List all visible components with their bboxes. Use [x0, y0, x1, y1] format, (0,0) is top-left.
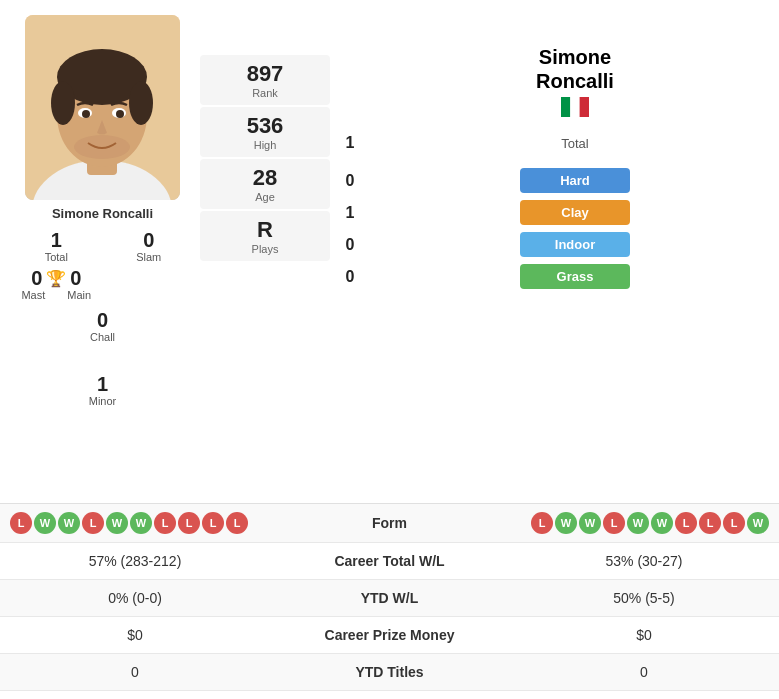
form-badge-right: L [603, 512, 625, 534]
grass-badge: Grass [520, 264, 630, 289]
form-label: Form [248, 515, 531, 531]
court-rows: 0 Hard 0 1 Clay 0 0 Indoor 0 0 Grass [335, 166, 779, 291]
form-badge-left: L [154, 512, 176, 534]
center-high-value: 536 [204, 113, 326, 139]
indoor-score-left: 0 [335, 236, 365, 254]
stat-row-center-0: Career Total W/L [255, 553, 524, 569]
total-row: 1 Total 0 [335, 132, 779, 154]
bottom-section: LWWLWWLLLL Form LWWLWWLLLW 57% (283-212)… [0, 503, 779, 691]
left-player-header-name: Simone Roncalli [536, 45, 614, 93]
stat-total-left: 1 Total [15, 229, 98, 263]
form-badge-left: L [226, 512, 248, 534]
svg-point-10 [116, 110, 124, 118]
indoor-badge: Indoor [520, 232, 630, 257]
form-badge-left: L [82, 512, 104, 534]
form-badge-right: L [723, 512, 745, 534]
center-age-box: 28 Age [200, 159, 330, 209]
stat-row-center-2: Career Prize Money [255, 627, 524, 643]
grass-score-left: 0 [335, 268, 365, 286]
hard-badge: Hard [520, 168, 630, 193]
form-badges-right: LWWLWWLLLW [531, 512, 769, 534]
stat-slam-left: 0 Slam [108, 229, 191, 263]
player-stats-grid-left: 1 Total 0 Slam 0 🏆 0 Mast Main [10, 229, 195, 407]
court-row-indoor: 0 Indoor 0 [335, 230, 779, 259]
form-badge-left: W [34, 512, 56, 534]
trophy-icon-left: 🏆 [46, 269, 66, 288]
stat-mast-left: 0 🏆 0 Mast Main [15, 267, 98, 301]
bottom-stats-rows: 57% (283-212) Career Total W/L 53% (30-2… [0, 543, 779, 691]
form-badge-right: W [579, 512, 601, 534]
center-stats: 897 Rank 536 High 28 Age R Plays [200, 15, 330, 488]
court-row-clay: 1 Clay 0 [335, 198, 779, 227]
center-high-label: High [204, 139, 326, 151]
main-container: Simone Roncalli 1 Total 0 Slam 0 🏆 0 [0, 0, 779, 691]
hard-score-left: 0 [335, 172, 365, 190]
form-row: LWWLWWLLLL Form LWWLWWLLLW [0, 504, 779, 543]
form-badges-left: LWWLWWLLLL [10, 512, 248, 534]
clay-score-left: 1 [335, 204, 365, 222]
stat-row-right-3: 0 [524, 664, 764, 680]
court-section: Simone Roncalli 1 Total [335, 15, 779, 488]
center-plays-label: Plays [204, 243, 326, 255]
total-score-left: 1 [335, 134, 365, 152]
form-badge-right: L [531, 512, 553, 534]
stat-chall-left: 0 Chall 1 Minor [15, 309, 190, 407]
svg-rect-14 [580, 97, 589, 117]
form-badge-right: L [675, 512, 697, 534]
svg-point-6 [129, 81, 153, 125]
stat-row-left-3: 0 [15, 664, 255, 680]
court-row-grass: 0 Grass 0 [335, 262, 779, 291]
center-rank-label: Rank [204, 87, 326, 99]
flag-it [561, 97, 589, 122]
form-badge-left: W [106, 512, 128, 534]
stat-row: $0 Career Prize Money $0 [0, 617, 779, 654]
center-age-value: 28 [204, 165, 326, 191]
clay-badge: Clay [520, 200, 630, 225]
form-badge-left: W [130, 512, 152, 534]
form-badge-right: W [747, 512, 769, 534]
center-rank-box: 897 Rank [200, 55, 330, 105]
form-badge-right: W [651, 512, 673, 534]
stat-row: 0 YTD Titles 0 [0, 654, 779, 691]
player-name-left: Simone Roncalli [52, 206, 153, 221]
stat-row: 0% (0-0) YTD W/L 50% (5-5) [0, 580, 779, 617]
stat-row-left-2: $0 [15, 627, 255, 643]
center-rank-value: 897 [204, 61, 326, 87]
center-high-box: 536 High [200, 107, 330, 157]
form-badge-left: L [202, 512, 224, 534]
svg-point-9 [82, 110, 90, 118]
center-plays-box: R Plays [200, 211, 330, 261]
player-card-left: Simone Roncalli 1 Total 0 Slam 0 🏆 0 [10, 15, 195, 488]
center-plays-value: R [204, 217, 326, 243]
stat-row-center-1: YTD W/L [255, 590, 524, 606]
stat-row-right-1: 50% (5-5) [524, 590, 764, 606]
form-badge-left: W [58, 512, 80, 534]
svg-point-5 [51, 81, 75, 125]
top-section: Simone Roncalli 1 Total 0 Slam 0 🏆 0 [0, 0, 779, 498]
stat-row-left-0: 57% (283-212) [15, 553, 255, 569]
svg-point-11 [74, 135, 130, 159]
stat-row-center-3: YTD Titles [255, 664, 524, 680]
form-badge-right: W [627, 512, 649, 534]
form-badge-left: L [10, 512, 32, 534]
svg-rect-12 [561, 97, 570, 117]
stat-row-right-2: $0 [524, 627, 764, 643]
stat-row-right-0: 53% (30-27) [524, 553, 764, 569]
form-badge-right: W [555, 512, 577, 534]
svg-rect-13 [570, 97, 579, 117]
player-avatar-left [25, 15, 180, 200]
form-badge-left: L [178, 512, 200, 534]
form-badge-right: L [699, 512, 721, 534]
court-row-hard: 0 Hard 0 [335, 166, 779, 195]
stat-row-left-1: 0% (0-0) [15, 590, 255, 606]
stat-row: 57% (283-212) Career Total W/L 53% (30-2… [0, 543, 779, 580]
left-player-header: Simone Roncalli [475, 45, 675, 130]
player-photo-left [25, 15, 180, 200]
total-label: Total [365, 136, 779, 151]
center-age-label: Age [204, 191, 326, 203]
